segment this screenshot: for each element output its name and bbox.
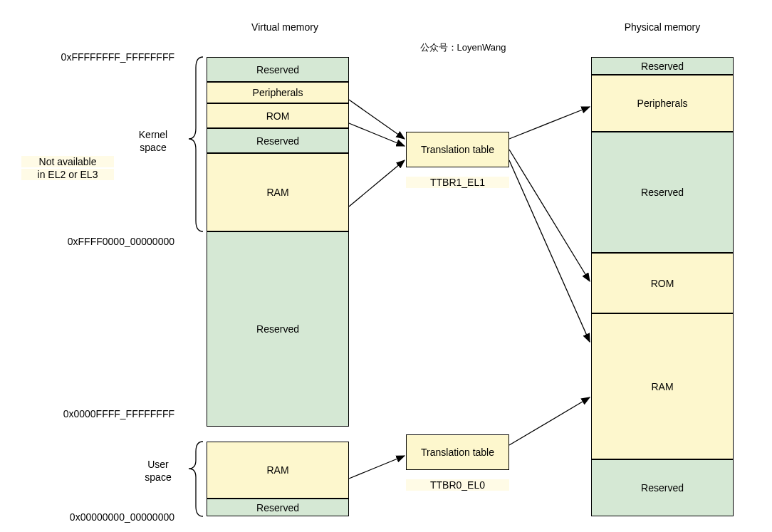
vm-reserved2-label: Reserved [256,135,299,147]
virtual-memory-header: Virtual memory [228,21,342,33]
vm-reserved1: Reserved [207,57,349,82]
vm-reserved3: Reserved [207,231,349,427]
vm-ram2: RAM [207,442,349,499]
arrow-tt1-to-periph [509,107,590,139]
arrow-tt2-to-ram [509,397,590,445]
addr-kernel-bottom: 0xFFFF0000_00000000 [18,236,174,247]
pm-reserved3: Reserved [591,459,734,516]
not-available-line2: in EL2 or EL3 [21,169,114,180]
user-space-line1: User [130,459,187,470]
vm-reserved4-label: Reserved [256,502,299,513]
pm-reserved3-label: Reserved [641,482,684,494]
pm-rom-label: ROM [651,278,674,289]
not-available-line1: Not available [21,156,114,167]
pm-reserved1: Reserved [591,57,734,75]
pm-reserved2-label: Reserved [641,187,684,198]
pm-ram: RAM [591,313,734,459]
user-space-line2: space [130,471,187,483]
user-brace [189,442,203,516]
physical-memory-header: Physical memory [605,21,719,33]
arrow-vm-ram2-to-tt2 [349,456,405,479]
vm-reserved3-label: Reserved [256,323,299,335]
vm-reserved4: Reserved [207,499,349,516]
pm-peripherals-label: Peripherals [637,98,688,109]
vm-peripherals: Peripherals [207,82,349,103]
pm-reserved2: Reserved [591,132,734,253]
translation-table-2: Translation table [406,434,509,470]
watermark: 公众号：LoyenWang [392,41,534,54]
arrow-tt1-to-rom [509,150,590,281]
kernel-space-line2: space [121,142,185,153]
arrow-vm-ram1-to-tt1 [349,160,405,207]
kernel-space-line1: Kernel [121,129,185,140]
vm-ram1: RAM [207,153,349,231]
addr-bottom: 0x00000000_00000000 [18,511,174,523]
translation-table-1-label: Translation table [421,144,494,155]
translation-table-1: Translation table [406,132,509,167]
vm-reserved1-label: Reserved [256,64,299,75]
pm-rom: ROM [591,253,734,313]
vm-peripherals-label: Peripherals [253,87,303,98]
vm-ram2-label: RAM [266,464,288,476]
pm-ram-label: RAM [651,381,673,392]
addr-user-top: 0x0000FFFF_FFFFFFFF [18,408,174,419]
arrow-vm-rom-to-tt1 [349,123,405,146]
addr-top: 0xFFFFFFFF_FFFFFFFF [18,51,174,63]
arrow-tt1-to-ram [509,160,590,342]
ttbr0-label: TTBR0_EL0 [406,479,509,491]
vm-ram1-label: RAM [266,187,288,198]
pm-peripherals: Peripherals [591,75,734,132]
vm-rom: ROM [207,103,349,128]
ttbr1-label: TTBR1_EL1 [406,177,509,188]
pm-reserved1-label: Reserved [641,61,684,72]
kernel-brace [189,57,203,231]
arrow-vm-periph-to-tt1 [349,100,405,139]
vm-reserved2: Reserved [207,128,349,153]
translation-table-2-label: Translation table [421,447,494,458]
vm-rom-label: ROM [266,110,290,122]
